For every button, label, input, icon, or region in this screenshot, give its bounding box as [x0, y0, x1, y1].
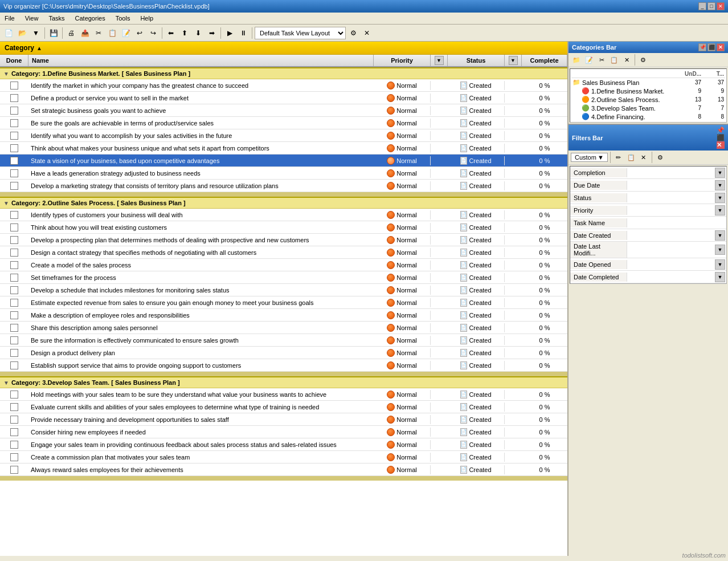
cat-tree-item-3[interactable]: 🟢 3.Develop Sales Team.77	[571, 104, 725, 112]
task-row[interactable]: Create a model of the sales processNorma…	[0, 259, 567, 271]
task-checkbox[interactable]	[10, 157, 18, 165]
task-checkbox[interactable]	[10, 132, 18, 140]
category-row-3[interactable]: ▼Category: 3.Develop Sales Team. [ Sales…	[0, 376, 567, 388]
cat-tb3[interactable]: ✂	[596, 55, 607, 65]
task-row[interactable]: Establish support service that aims to p…	[0, 359, 567, 372]
menu-item-view[interactable]: View	[23, 14, 41, 23]
th-priority-filter[interactable]: ▼	[431, 55, 448, 66]
task-row[interactable]: Consider hiring new employees if neededN…	[0, 426, 567, 438]
task-row[interactable]: Always reward sales employees for their …	[0, 464, 567, 476]
cat-panel-close[interactable]: ✕	[717, 43, 725, 51]
task-checkbox[interactable]	[10, 311, 18, 319]
task-row[interactable]: Be sure the information is effectively c…	[0, 334, 567, 347]
task-checkbox[interactable]	[10, 361, 18, 369]
tb4[interactable]: 📋	[106, 27, 118, 39]
th-done[interactable]: Done	[0, 55, 28, 66]
task-row[interactable]: Design a contact strategy that specifies…	[0, 246, 567, 259]
status-filter-btn[interactable]: ▼	[509, 56, 518, 65]
tb5[interactable]: 📝	[120, 27, 132, 39]
filter-tb4[interactable]: ⚙	[655, 152, 666, 162]
filter-dropdown-btn[interactable]: ▼	[715, 205, 725, 216]
filter-value[interactable]	[627, 197, 715, 199]
filter-dropdown-btn[interactable]: ▼	[715, 259, 725, 270]
task-checkbox[interactable]	[10, 119, 18, 127]
maximize-button[interactable]: □	[707, 2, 715, 10]
filter-value[interactable]	[627, 234, 715, 237]
task-checkbox[interactable]	[10, 416, 18, 424]
task-row[interactable]: Define a product or service you want to …	[0, 92, 567, 104]
category-row-2[interactable]: ▼Category: 2.Outline Sales Process. [ Sa…	[0, 197, 567, 209]
th-priority[interactable]: Priority	[374, 55, 431, 66]
menu-item-categories[interactable]: Categories	[73, 14, 108, 23]
task-checkbox[interactable]	[10, 249, 18, 257]
task-row[interactable]: Create a commission plan that motivates …	[0, 451, 567, 464]
save-btn[interactable]: 💾	[47, 27, 60, 39]
filter-panel-pin[interactable]: 📌	[717, 127, 725, 134]
task-row[interactable]: Provide necessary training and developme…	[0, 413, 567, 426]
filter-tb1[interactable]: ✏	[613, 152, 624, 162]
tb7[interactable]: ↪	[147, 27, 159, 39]
task-checkbox[interactable]	[10, 144, 18, 152]
close-button[interactable]: ✕	[717, 2, 725, 10]
task-checkbox[interactable]	[10, 236, 18, 244]
task-row[interactable]: Set timeframes for the processNormal📄Cre…	[0, 271, 567, 284]
dropdown-btn[interactable]: ▼	[30, 27, 42, 39]
task-row[interactable]: Identify types of customers your busines…	[0, 209, 567, 221]
print-btn[interactable]: 🖨	[65, 27, 77, 39]
task-checkbox[interactable]	[10, 349, 18, 357]
filter-panel-close[interactable]: ✕	[717, 141, 725, 149]
cat-tree-item-1[interactable]: 🔴 1.Define Business Market.99	[571, 87, 725, 95]
filter-value[interactable]	[627, 184, 715, 186]
task-row[interactable]: Develop a schedule that includes milesto…	[0, 284, 567, 296]
task-checkbox[interactable]	[10, 223, 18, 231]
task-checkbox[interactable]	[10, 466, 18, 474]
task-checkbox[interactable]	[10, 94, 18, 102]
priority-filter-btn[interactable]: ▼	[435, 56, 444, 65]
menu-item-tools[interactable]: Tools	[113, 14, 133, 23]
task-row[interactable]: Hold meetings with your sales team to be…	[0, 388, 567, 401]
filter-dropdown-btn[interactable]: ▼	[715, 245, 725, 255]
tb6[interactable]: ↩	[133, 27, 146, 39]
task-checkbox[interactable]	[10, 299, 18, 307]
filter-value[interactable]	[627, 209, 715, 212]
th-status[interactable]: Status	[448, 55, 505, 66]
cat-tb1[interactable]: 📁	[571, 55, 582, 65]
filter-value[interactable]	[627, 172, 715, 174]
task-checkbox[interactable]	[10, 391, 18, 399]
task-checkbox[interactable]	[10, 107, 18, 115]
filter-dropdown-btn[interactable]: ▼	[715, 168, 725, 178]
tb10[interactable]: ⬇	[192, 27, 205, 39]
task-checkbox[interactable]	[10, 274, 18, 282]
task-checkbox[interactable]	[10, 453, 18, 461]
cat-tb4[interactable]: 📋	[608, 55, 620, 65]
cat-tree-item-0[interactable]: 📁 Sales Business Plan3737	[571, 78, 725, 87]
filter-tb2[interactable]: 📋	[625, 152, 637, 162]
task-row[interactable]: Estimate expected revenue from sales to …	[0, 296, 567, 309]
filter-dropdown-btn[interactable]: ▼	[715, 180, 725, 190]
task-checkbox[interactable]	[10, 403, 18, 411]
cat-tb5[interactable]: ✕	[621, 55, 632, 65]
filter-value[interactable]	[627, 263, 715, 266]
th-name[interactable]: Name	[28, 55, 374, 66]
tb14[interactable]: ⚙	[347, 27, 359, 39]
task-row[interactable]: Make a description of employee roles and…	[0, 309, 567, 322]
task-row[interactable]: Evaluate current skills and abilities of…	[0, 401, 567, 413]
task-row[interactable]: Identify the market in which your compan…	[0, 79, 567, 92]
task-checkbox[interactable]	[10, 182, 18, 190]
new-btn[interactable]: 📄	[2, 27, 15, 39]
tb13[interactable]: ⏸	[237, 27, 250, 39]
menu-item-help[interactable]: Help	[138, 14, 156, 23]
menu-item-file[interactable]: File	[2, 14, 17, 23]
task-row[interactable]: Develop a prospecting plan that determin…	[0, 234, 567, 246]
task-checkbox[interactable]	[10, 82, 18, 90]
task-row[interactable]: Be sure the goals are achievable in term…	[0, 117, 567, 129]
cat-tb6[interactable]: ⚙	[637, 55, 649, 65]
task-row[interactable]: Have a leads generation strategy adjuste…	[0, 167, 567, 180]
task-row[interactable]: Share this description among sales perso…	[0, 322, 567, 334]
task-checkbox[interactable]	[10, 324, 18, 332]
task-checkbox[interactable]	[10, 336, 18, 344]
task-row[interactable]: State a vision of your business, based u…	[0, 155, 567, 167]
task-list-area[interactable]: ▼Category: 1.Define Business Market. [ S…	[0, 67, 567, 556]
th-status-filter[interactable]: ▼	[505, 55, 522, 66]
tb15[interactable]: ✕	[361, 27, 373, 39]
